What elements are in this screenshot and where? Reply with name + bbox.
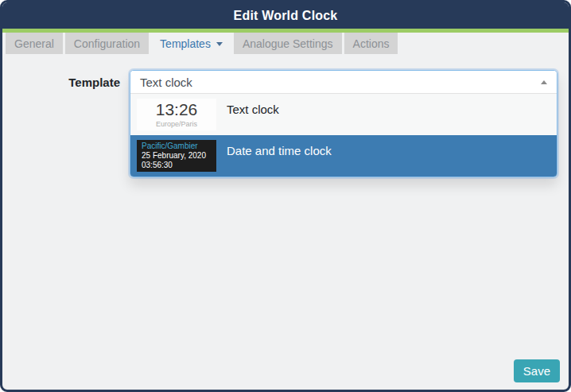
- caret-down-icon: [216, 42, 223, 46]
- template-select[interactable]: Text clock: [130, 71, 557, 94]
- select-value: Text clock: [140, 76, 541, 89]
- tab-general[interactable]: General: [6, 33, 63, 54]
- text-clock-preview: 13:26 Europe/Paris: [137, 99, 216, 130]
- tab-actions[interactable]: Actions: [344, 33, 398, 54]
- template-dropdown-menu: 13:26 Europe/Paris Text clock Pacific/Ga…: [130, 94, 557, 177]
- tab-content: Template Text clock 13:26 Europe/Paris T…: [2, 54, 569, 177]
- dialog-title: Edit World Clock: [234, 9, 338, 23]
- save-button[interactable]: Save: [514, 359, 560, 382]
- dropdown-option-date-time-clock[interactable]: Pacific/Gambier 25 February, 2020 03:56:…: [130, 135, 557, 177]
- dialog-header: Edit World Clock: [2, 2, 569, 29]
- preview-time: 13:26: [156, 101, 198, 118]
- preview-time: 03:56:30: [142, 161, 173, 170]
- tab-label: Configuration: [74, 37, 140, 50]
- template-label: Template: [2, 70, 130, 89]
- tab-label: Analogue Settings: [243, 37, 333, 50]
- template-form-row: Template Text clock 13:26 Europe/Paris T…: [2, 70, 569, 177]
- dropdown-option-text-clock[interactable]: 13:26 Europe/Paris Text clock: [130, 94, 557, 135]
- tab-configuration[interactable]: Configuration: [65, 33, 149, 54]
- tab-label: General: [14, 37, 54, 50]
- edit-world-clock-dialog: Edit World Clock General Configuration T…: [0, 0, 571, 392]
- tab-label: Templates: [160, 37, 211, 50]
- tab-templates[interactable]: Templates: [151, 33, 231, 54]
- preview-timezone: Europe/Paris: [156, 120, 197, 128]
- option-label: Date and time clock: [227, 144, 332, 157]
- caret-up-icon: [541, 80, 547, 84]
- date-time-clock-preview: Pacific/Gambier 25 February, 2020 03:56:…: [137, 140, 216, 172]
- preview-timezone: Pacific/Gambier: [142, 142, 198, 151]
- preview-date: 25 February, 2020: [142, 151, 206, 161]
- option-label: Text clock: [227, 103, 279, 116]
- tab-bar: General Configuration Templates Analogue…: [2, 33, 569, 54]
- tab-analogue-settings[interactable]: Analogue Settings: [234, 33, 342, 54]
- tab-label: Actions: [353, 37, 390, 50]
- template-combobox: Text clock 13:26 Europe/Paris Text clock…: [130, 70, 557, 177]
